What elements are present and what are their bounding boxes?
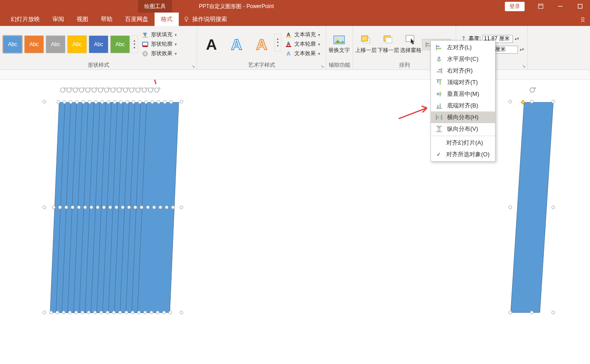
menu-align-selected-label: 对齐所选对象(O) [446,150,490,158]
svg-point-38 [104,88,109,92]
svg-rect-149 [438,129,440,131]
svg-rect-144 [437,116,439,119]
tab-slideshow[interactable]: 幻灯片放映 [4,13,46,26]
svg-rect-129 [437,60,441,61]
menu-align-bottom[interactable]: 底端对齐(B) [431,100,495,111]
svg-point-71 [107,101,110,104]
svg-point-109 [94,311,97,314]
dialog-launcher-icon[interactable]: ↘ [320,64,324,69]
wordart-style-1[interactable]: A [201,34,222,55]
svg-rect-125 [437,46,439,47]
tab-format[interactable]: 格式 [155,13,179,26]
svg-point-73 [120,101,123,104]
shape-style-6[interactable]: Abc [110,35,130,53]
tab-review[interactable]: 审阅 [46,13,70,26]
menu-distribute-horizontal[interactable]: 横向分布(H) [431,111,495,123]
shape-style-4[interactable]: Abc [67,35,87,53]
svg-rect-138 [439,92,441,96]
dialog-launcher-icon[interactable]: ↘ [522,64,525,69]
svg-point-117 [144,311,147,314]
wordart-style-2[interactable]: A [226,34,247,55]
svg-point-72 [113,101,116,104]
menu-align-selected-objects[interactable]: ✓ 对齐所选对象(O) [431,149,495,160]
shape-fill-button[interactable]: 形状填充 [142,31,177,39]
stacked-parallelograms [45,102,184,335]
bottom-handle-row [45,310,184,315]
svg-point-100 [165,206,168,209]
svg-point-79 [157,101,160,104]
tab-view[interactable]: 视图 [70,13,95,26]
svg-point-78 [151,101,154,104]
minimize-icon[interactable] [551,0,570,13]
shape-style-3[interactable]: Abc [46,35,65,53]
svg-rect-3 [578,4,582,9]
svg-point-85 [71,206,74,209]
menu-align-left[interactable]: 左对齐(L) [431,42,495,53]
menu-align-to-slide[interactable]: 对齐幻灯片(A) [431,137,495,149]
align-middle-v-icon [435,90,443,98]
text-fill-button[interactable]: A 文本填充 [285,31,320,39]
svg-point-121 [169,311,172,314]
menu-align-top-label: 顶端对齐(T) [447,78,478,86]
rotate-handle-icon[interactable] [529,86,536,93]
menu-align-middle-v[interactable]: 垂直居中(M) [431,88,495,100]
menu-align-top[interactable]: 顶端对齐(T) [431,77,495,88]
svg-point-88 [90,206,93,209]
svg-point-80 [164,101,167,104]
effects-icon [142,51,149,57]
svg-point-101 [172,206,175,209]
menu-distribute-vertical[interactable]: 纵向分布(V) [431,123,495,135]
svg-point-114 [125,311,128,314]
svg-rect-145 [439,116,441,119]
shape-outline-button[interactable]: 形状轮廓 [142,40,177,48]
menu-align-right[interactable]: 右对齐(R) [431,65,495,77]
svg-text:A: A [287,41,290,47]
text-outline-button[interactable]: A 文本轮廓 [285,40,320,48]
wordart-style-3[interactable]: A [251,34,272,55]
svg-point-37 [98,88,103,92]
svg-point-4 [185,17,188,20]
selected-shape-right[interactable] [511,102,556,321]
svg-point-116 [138,311,141,314]
svg-point-66 [76,101,79,104]
group-label-wordart: 艺术字样式↘ [199,61,324,69]
svg-rect-0 [538,4,543,9]
send-backward-button[interactable]: 下移一层 [377,30,400,59]
group-accessibility: 替换文字 辅助功能 [326,26,353,69]
shape-effects-button[interactable]: 形状效果 [142,50,177,57]
svg-point-76 [138,101,142,104]
share-icon[interactable] [577,13,590,26]
svg-point-97 [146,206,150,209]
shape-style-5[interactable]: Abc [89,35,108,53]
slide-canvas[interactable] [0,80,590,364]
document-title: PPT自定义图形图 - PowerPoint [199,3,274,10]
svg-point-32 [67,88,71,92]
selected-shape-group-left[interactable] [45,102,184,330]
svg-point-110 [100,311,103,314]
ribbon-tabs: 幻灯片放映 审阅 视图 帮助 百度网盘 格式 操作说明搜索 [0,13,590,26]
svg-point-91 [109,206,112,209]
selection-pane-button[interactable]: 选择窗格 [400,30,422,59]
ribbon-options-icon[interactable] [531,0,551,13]
maximize-icon[interactable] [570,0,590,13]
alt-text-button[interactable]: 替换文字 [328,30,350,59]
annotation-arrow-1 [142,80,160,86]
svg-point-42 [129,88,134,92]
bring-forward-button[interactable]: 上移一层 [355,30,377,59]
svg-point-81 [170,101,173,104]
tab-baidu[interactable]: 百度网盘 [119,13,155,26]
tell-me-search[interactable]: 操作说明搜索 [179,13,232,26]
tab-help[interactable]: 帮助 [95,13,119,26]
menu-align-center-h[interactable]: 水平居中(C) [431,53,495,65]
shape-style-more[interactable]: ▴▾▾ [131,35,138,53]
shape-style-2[interactable]: Abc [24,35,44,53]
login-button[interactable]: 登录 [505,2,525,11]
dialog-launcher-icon[interactable]: ↘ [191,64,195,69]
svg-rect-18 [286,46,291,47]
svg-point-35 [86,88,90,92]
selection-pane-label: 选择窗格 [400,47,422,54]
svg-point-46 [155,88,159,92]
shape-style-1[interactable]: Abc [3,35,22,53]
text-effects-button[interactable]: A 文本效果 [285,50,320,57]
wordart-style-more[interactable]: ▴▾▾ [274,34,281,51]
